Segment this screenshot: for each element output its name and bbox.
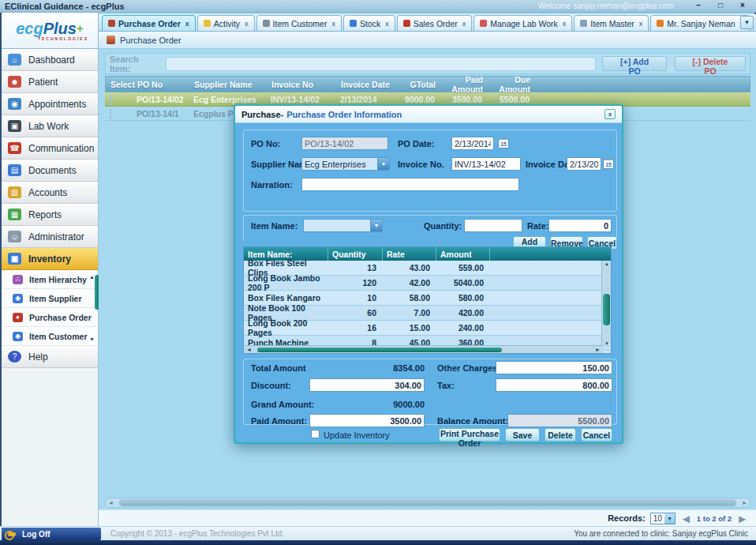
item-name-select[interactable]: ▼ bbox=[303, 219, 383, 232]
close-button[interactable]: × bbox=[734, 1, 751, 11]
sidebar-item-communication[interactable]: ☎ Communication bbox=[2, 137, 98, 160]
tax-input[interactable] bbox=[496, 378, 612, 392]
activity-tab-icon bbox=[204, 20, 211, 27]
column-header-gtotal[interactable]: GTotal bbox=[391, 80, 436, 89]
sidebar-item-label: Help bbox=[28, 351, 48, 363]
previous-page-button[interactable]: ◄ bbox=[680, 512, 692, 525]
sidebar-item-administrator[interactable]: ☺ Administrator bbox=[2, 226, 98, 248]
sidebar-item-dashboard[interactable]: ⌂ Dashboard bbox=[2, 49, 98, 71]
scroll-down-icon[interactable]: ▼ bbox=[602, 341, 612, 346]
tab-close-icon[interactable]: x bbox=[462, 20, 466, 28]
column-header-due[interactable]: Due Amount bbox=[483, 75, 530, 94]
items-col-amount[interactable]: Amount bbox=[436, 247, 490, 261]
sidebar-subitem-item-hierarchy[interactable]: ∴ Item Hierarchy ▲ bbox=[2, 270, 98, 289]
tab-sales-order[interactable]: Sales Order x bbox=[397, 15, 473, 31]
po-date-calendar-icon[interactable]: 15 bbox=[498, 137, 509, 148]
print-purchase-order-button[interactable]: Print Purchase Order bbox=[439, 428, 500, 442]
delete-button[interactable]: Delete bbox=[545, 428, 576, 442]
other-charges-input[interactable] bbox=[496, 361, 612, 374]
items-col-rate[interactable]: Rate bbox=[383, 247, 436, 261]
submenu-scroll-up-icon[interactable]: ▲ bbox=[89, 274, 95, 280]
tab-stock[interactable]: Stock x bbox=[343, 15, 395, 31]
scrollbar-thumb[interactable] bbox=[119, 499, 736, 506]
column-header-invoice-date[interactable]: Invoice Date bbox=[341, 80, 391, 89]
tab-close-icon[interactable]: x bbox=[245, 20, 249, 28]
update-inventory-checkbox[interactable] bbox=[311, 430, 320, 438]
quantity-input[interactable] bbox=[464, 219, 522, 232]
row-checkbox[interactable] bbox=[110, 108, 111, 119]
cancel-button[interactable]: Cancel bbox=[581, 428, 612, 442]
scroll-right-icon[interactable]: ► bbox=[593, 347, 603, 352]
cell-po-no: PO/13-14/02 bbox=[137, 95, 193, 104]
invoice-no-input[interactable] bbox=[451, 157, 521, 171]
next-page-button[interactable]: ► bbox=[736, 512, 748, 525]
search-toolbar: Search Item: [+] Add PO [-] Delete PO bbox=[105, 53, 750, 74]
tab-purchase-order[interactable]: Purchase Order x bbox=[102, 15, 196, 31]
discount-input[interactable] bbox=[309, 378, 425, 392]
dialog-close-button[interactable]: x bbox=[604, 109, 616, 119]
tab-sanjay-neman[interactable]: Mr. Sanjay Neman x bbox=[650, 15, 750, 31]
sidebar-item-appointments[interactable]: ◉ Appointments bbox=[2, 93, 98, 115]
submenu-scroll-down-icon[interactable]: ▼ bbox=[89, 336, 95, 342]
sidebar-item-inventory[interactable]: ▣ Inventory bbox=[2, 248, 98, 270]
tab-close-icon[interactable]: x bbox=[563, 20, 567, 28]
tab-close-icon[interactable]: x bbox=[385, 20, 389, 28]
column-header-select[interactable]: Select bbox=[106, 80, 137, 89]
welcome-text: Welcome sanjay.neman@ecgplus.com bbox=[538, 2, 674, 10]
sidebar-subitem-purchase-order[interactable]: ● Purchase Order bbox=[2, 308, 98, 327]
sidebar-item-accounts[interactable]: ▥ Accounts bbox=[2, 182, 98, 204]
column-header-po-no[interactable]: PO No bbox=[137, 80, 194, 89]
supplier-name-select[interactable]: Ecg Enterprises ▼ bbox=[301, 157, 390, 171]
tab-overflow-button[interactable]: ▼ bbox=[740, 16, 754, 29]
tab-close-icon[interactable]: x bbox=[331, 20, 335, 28]
tab-item-master[interactable]: Item Master x bbox=[574, 15, 649, 31]
items-table: Item Name: Quantity Rate Amount Box File… bbox=[243, 246, 612, 354]
stock-tab-icon bbox=[350, 20, 357, 27]
items-horizontal-scrollbar[interactable]: ◄ ► bbox=[244, 345, 603, 353]
sidebar-item-reports[interactable]: ▦ Reports bbox=[2, 204, 98, 226]
items-vertical-scrollbar[interactable]: ▲ ▼ bbox=[601, 261, 611, 347]
narration-input[interactable] bbox=[301, 178, 519, 191]
sidebar-item-lab-work[interactable]: ▣ Lab Work bbox=[2, 115, 98, 137]
po-date-input[interactable] bbox=[451, 137, 494, 150]
sidebar-subitem-item-customer[interactable]: ◆ Item Customer ▼ bbox=[2, 327, 98, 346]
invoice-date-input[interactable] bbox=[567, 157, 601, 171]
sidebar-item-patient[interactable]: ☻ Patient bbox=[2, 71, 98, 93]
scroll-up-icon[interactable]: ▲ bbox=[602, 261, 612, 266]
sidebar-item-documents[interactable]: ▤ Documents bbox=[2, 160, 98, 182]
sidebar-subitem-item-supplier[interactable]: ◆ Item Supplier bbox=[2, 289, 98, 308]
tab-close-icon[interactable]: x bbox=[639, 20, 643, 28]
scroll-left-icon[interactable]: ◄ bbox=[106, 500, 116, 506]
patient-tab-icon bbox=[657, 20, 664, 27]
delete-po-button[interactable]: [-] Delete PO bbox=[675, 56, 746, 71]
scrollbar-thumb[interactable] bbox=[603, 294, 610, 325]
tab-activity[interactable]: Activity x bbox=[197, 15, 255, 31]
item-row[interactable]: Long Book Jambo 200 P12042.005040.00 bbox=[244, 276, 611, 291]
items-col-qty[interactable]: Quantity bbox=[328, 247, 383, 261]
invoice-date-calendar-icon[interactable]: 15 bbox=[603, 158, 614, 169]
tab-close-icon[interactable]: x bbox=[185, 20, 189, 28]
tab-manage-lab-work[interactable]: Manage Lab Work x bbox=[473, 15, 572, 31]
save-button[interactable]: Save bbox=[505, 428, 540, 442]
add-po-button[interactable]: [+] Add PO bbox=[602, 56, 667, 71]
logoff-button[interactable]: Log Off bbox=[2, 528, 101, 540]
horizontal-scrollbar[interactable]: ◄ ► bbox=[105, 498, 750, 508]
item-row[interactable]: Long Book 200 Pages1615.00240.00 bbox=[244, 321, 611, 336]
scrollbar-thumb[interactable] bbox=[257, 348, 502, 352]
column-header-invoice-no[interactable]: Invoice No bbox=[271, 80, 341, 89]
rate-input[interactable] bbox=[548, 219, 612, 232]
scroll-left-icon[interactable]: ◄ bbox=[244, 347, 254, 352]
records-per-page-select[interactable]: 10 ▼ bbox=[650, 513, 676, 524]
tab-item-customer[interactable]: Item Customer x bbox=[256, 15, 342, 31]
minimize-button[interactable]: – bbox=[690, 1, 707, 11]
paid-amount-input[interactable] bbox=[309, 414, 425, 427]
column-header-paid[interactable]: Paid Amount bbox=[436, 75, 483, 94]
maximize-button[interactable]: □ bbox=[712, 1, 729, 11]
column-header-supplier[interactable]: Supplier Name bbox=[194, 80, 271, 89]
scroll-right-icon[interactable]: ► bbox=[739, 500, 750, 506]
sidebar-item-help[interactable]: ? Help bbox=[2, 346, 98, 368]
search-input[interactable] bbox=[166, 57, 596, 71]
invoice-no-label: Invoice No. bbox=[398, 160, 444, 169]
patient-icon: ☻ bbox=[8, 76, 21, 88]
row-checkbox[interactable] bbox=[110, 94, 111, 105]
